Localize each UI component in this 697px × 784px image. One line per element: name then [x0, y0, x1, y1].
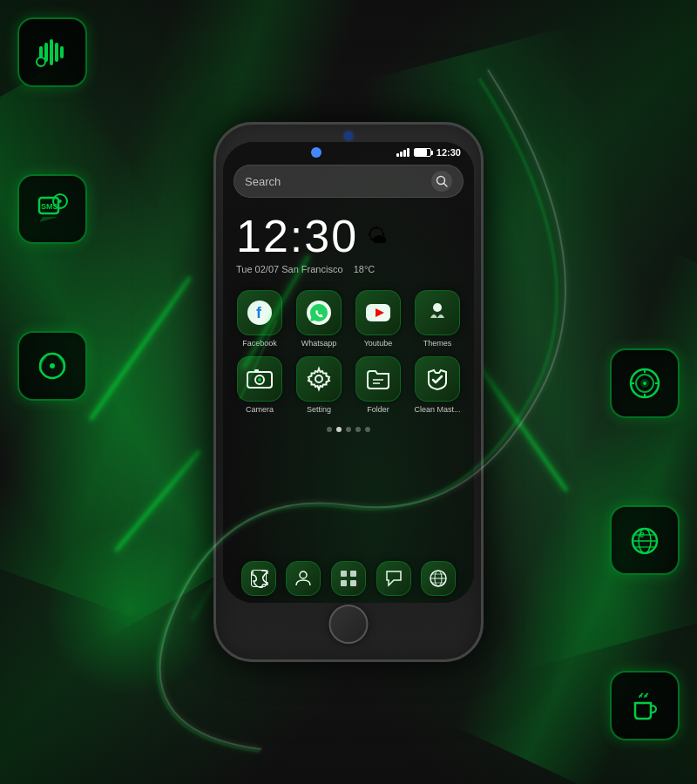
clock-widget: 12:30 🌤 Tue 02/07 San Francisco 18°C — [223, 203, 474, 281]
clock-temp: 18°C — [354, 264, 376, 274]
svg-rect-41 — [350, 571, 356, 577]
whatsapp-label: Whatsapp — [301, 339, 337, 348]
browser-icon: e — [623, 518, 667, 562]
dock-phone-icon — [241, 561, 276, 596]
app-item-whatsapp[interactable]: Whatsapp — [293, 290, 345, 348]
app-grid-row2: Camera Setting — [223, 356, 474, 422]
phone-frame: 12:30 Search 12:30 🌤 — [213, 122, 484, 662]
dock-sms-icon — [376, 561, 411, 596]
clock-time-status: 12:30 — [436, 147, 461, 158]
themes-icon — [415, 290, 460, 335]
svg-point-5 — [37, 57, 45, 66]
bottom-dock — [223, 554, 474, 603]
svg-rect-40 — [341, 571, 347, 577]
dot-5 — [365, 427, 370, 432]
svg-point-10 — [50, 363, 55, 368]
search-button[interactable] — [431, 171, 452, 192]
facebook-icon: f — [237, 290, 282, 335]
dock-browser-icon — [421, 561, 456, 596]
clock-date: Tue 02/07 San Francisco — [236, 264, 343, 274]
svg-rect-0 — [39, 46, 43, 58]
side-icon-music[interactable] — [17, 331, 87, 401]
search-placeholder: Search — [245, 175, 431, 188]
dot-4 — [355, 427, 361, 432]
facebook-label: Facebook — [242, 339, 277, 348]
dock-apps-icon — [331, 561, 366, 596]
svg-rect-43 — [350, 580, 356, 586]
dot-2 — [336, 427, 342, 432]
status-bar: 12:30 — [223, 142, 474, 159]
dock-phone[interactable] — [241, 561, 276, 596]
dock-apps[interactable] — [331, 561, 366, 596]
phone-camera — [344, 132, 353, 140]
svg-text:f: f — [256, 304, 262, 321]
home-button[interactable] — [329, 605, 369, 644]
dock-browser[interactable] — [421, 561, 456, 596]
side-icon-browser[interactable]: e — [610, 505, 680, 575]
app-item-cleanmaster[interactable]: Clean Mast... — [411, 356, 464, 414]
youtube-label: Youtube — [364, 339, 393, 348]
dots-indicator — [223, 422, 474, 436]
svg-point-39 — [300, 571, 307, 578]
svg-point-33 — [255, 375, 264, 384]
svg-text:e: e — [639, 530, 645, 539]
svg-point-36 — [315, 375, 322, 382]
svg-rect-30 — [366, 304, 390, 321]
svg-point-44 — [430, 571, 446, 586]
dot-3 — [346, 427, 351, 432]
status-dot — [311, 147, 321, 158]
clock-time-display: 12:30 — [236, 210, 358, 262]
svg-line-26 — [444, 184, 448, 187]
cleanmaster-icon — [415, 356, 460, 402]
search-icon — [436, 175, 448, 187]
app-item-themes[interactable]: Themes — [411, 290, 464, 348]
svg-rect-4 — [60, 46, 64, 58]
svg-point-34 — [258, 378, 261, 382]
camera-app-icon — [237, 356, 282, 402]
youtube-icon — [355, 290, 401, 335]
camera-label: Camera — [246, 405, 274, 414]
dock-sms[interactable] — [376, 561, 411, 596]
phone-screen: 12:30 Search 12:30 🌤 — [223, 142, 474, 603]
svg-point-27 — [247, 301, 272, 325]
weather-icon: 🌤 — [367, 224, 388, 248]
sms-icon: SMS — [30, 187, 74, 231]
side-icon-audio[interactable] — [17, 17, 87, 87]
svg-rect-42 — [341, 580, 347, 586]
coffee-icon — [623, 684, 667, 727]
dot-1 — [327, 427, 332, 432]
app-item-folder[interactable]: Folder — [352, 356, 404, 414]
camera-lens-icon — [623, 362, 667, 405]
svg-rect-3 — [55, 43, 58, 62]
side-icon-sms[interactable]: SMS — [17, 174, 87, 244]
folder-icon — [355, 356, 401, 402]
svg-point-14 — [643, 382, 646, 385]
svg-point-45 — [435, 571, 442, 586]
dock-contacts-icon — [286, 561, 321, 596]
app-item-camera[interactable]: Camera — [233, 356, 286, 414]
svg-rect-32 — [247, 372, 272, 388]
app-item-setting[interactable]: Setting — [293, 356, 345, 414]
themes-label: Themes — [423, 339, 452, 348]
app-item-youtube[interactable]: Youtube — [352, 290, 404, 348]
cleanmaster-label: Clean Mast... — [414, 405, 460, 414]
side-icon-camera[interactable] — [610, 348, 680, 418]
search-bar[interactable]: Search — [233, 165, 464, 198]
whatsapp-icon — [296, 290, 342, 335]
svg-point-29 — [307, 301, 331, 325]
app-grid-row1: f Facebook Whatsapp — [223, 281, 474, 356]
app-item-facebook[interactable]: f Facebook — [233, 290, 286, 348]
screen-content: 12:30 Search 12:30 🌤 — [223, 142, 474, 603]
svg-rect-35 — [254, 369, 259, 373]
status-right: 12:30 — [396, 147, 461, 158]
music-icon — [30, 344, 74, 388]
dock-contacts[interactable] — [286, 561, 321, 596]
setting-label: Setting — [307, 405, 331, 414]
side-icon-coffee[interactable] — [610, 671, 680, 740]
audio-icon — [30, 30, 74, 74]
folder-label: Folder — [367, 405, 389, 414]
setting-icon — [296, 356, 342, 402]
svg-rect-2 — [50, 39, 53, 65]
svg-point-31 — [433, 303, 442, 312]
